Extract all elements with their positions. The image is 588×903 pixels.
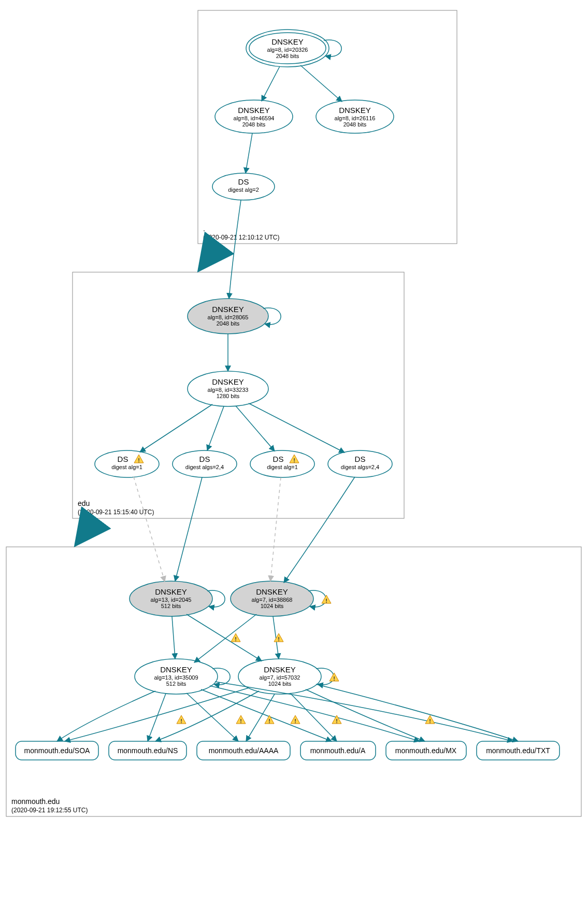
svg-text:alg=7, id=57032: alg=7, id=57032: [260, 674, 300, 681]
svg-text:DNSKEY: DNSKEY: [212, 377, 244, 386]
svg-text:DNSKEY: DNSKEY: [238, 106, 270, 115]
svg-text:!: !: [294, 718, 296, 724]
edge-eduzsk-ds2: [207, 406, 224, 450]
node-edu-ds2: DS digest algs=2,4: [173, 450, 237, 477]
svg-text:1280 bits: 1280 bits: [217, 393, 240, 399]
svg-text:alg=8, id=20326: alg=8, id=20326: [267, 47, 308, 53]
warn-icon: !: [425, 715, 435, 724]
svg-text:digest alg=1: digest alg=1: [267, 464, 298, 470]
svg-text:alg=8, id=46594: alg=8, id=46594: [234, 115, 275, 121]
warn-icon: !: [177, 715, 186, 724]
node-root-zsk2: DNSKEY alg=8, id=26116 2048 bits: [316, 100, 394, 133]
node-edu-ds4: DS digest algs=2,4: [328, 450, 392, 477]
svg-text:monmouth.edu/NS: monmouth.edu/NS: [118, 746, 178, 755]
edge-ds4-mksk2: [284, 477, 355, 583]
svg-text:!: !: [278, 636, 280, 642]
zone-ts-edu: (2020-09-21 15:15:40 UTC): [78, 509, 154, 516]
svg-text:!: !: [138, 457, 140, 463]
svg-text:monmouth.edu/MX: monmouth.edu/MX: [395, 746, 457, 755]
svg-text:DS: DS: [118, 455, 128, 463]
svg-text:!: !: [325, 598, 327, 604]
warn-icon: !: [291, 715, 300, 724]
edge-eduzsk-ds1: [140, 404, 212, 452]
svg-text:512 bits: 512 bits: [161, 603, 181, 609]
svg-text:alg=8, id=28065: alg=8, id=28065: [208, 314, 249, 320]
node-root-ds: DS digest alg=2: [212, 173, 275, 200]
svg-text:!: !: [293, 457, 295, 463]
svg-text:512 bits: 512 bits: [166, 681, 187, 687]
rr-mx: monmouth.edu/MX: [386, 741, 466, 760]
edge-mzsk2-ns: [155, 691, 259, 741]
dnssec-diagram: . (2020-09-21 12:10:12 UTC) edu (2020-09…: [0, 0, 588, 903]
node-edu-ds1: DS digest alg=1: [95, 450, 159, 477]
svg-text:DS: DS: [199, 455, 210, 463]
svg-text:!: !: [268, 718, 270, 724]
edge-mzsk1-soa: [57, 691, 155, 741]
svg-text:1024 bits: 1024 bits: [261, 603, 284, 609]
edge-eduzsk-ds3: [236, 406, 275, 451]
svg-text:alg=8, id=33233: alg=8, id=33233: [208, 387, 249, 393]
svg-text:DNSKEY: DNSKEY: [212, 305, 244, 314]
edge-rootksk-zsk2: [300, 65, 342, 102]
svg-text:DS: DS: [238, 177, 249, 186]
zone-ts-monmouth: (2020-09-21 19:12:55 UTC): [11, 807, 88, 814]
svg-text:digest alg=2: digest alg=2: [228, 187, 259, 193]
svg-text:1024 bits: 1024 bits: [268, 681, 292, 687]
svg-text:!: !: [240, 718, 242, 724]
edge-mzsk1-mx: [210, 686, 420, 741]
rr-a: monmouth.edu/A: [300, 741, 376, 760]
zone-name-root: .: [203, 224, 205, 233]
svg-text:digest algs=2,4: digest algs=2,4: [185, 464, 224, 470]
zone-ts-root: (2020-09-21 12:10:12 UTC): [203, 234, 279, 241]
node-edu-zsk: DNSKEY alg=8, id=33233 1280 bits: [188, 371, 268, 406]
svg-text:DNSKEY: DNSKEY: [264, 665, 296, 674]
svg-text:DNSKEY: DNSKEY: [160, 665, 192, 674]
edge-mzsk2-txt: [316, 684, 518, 741]
svg-text:!: !: [333, 675, 335, 682]
edge-mksk1-mzsk2: [187, 614, 262, 661]
delegation-edu-monmouth: [76, 518, 88, 544]
svg-text:DNSKEY: DNSKEY: [155, 587, 187, 596]
rr-ns: monmouth.edu/NS: [109, 741, 187, 760]
node-m-ksk2: DNSKEY alg=7, id=38868 1024 bits: [231, 581, 313, 616]
edge-mksk2-mzsk1: [194, 614, 256, 662]
svg-text:alg=7, id=38868: alg=7, id=38868: [252, 597, 293, 603]
rr-aaaa: monmouth.edu/AAAA: [197, 741, 290, 760]
svg-text:2048 bits: 2048 bits: [217, 320, 240, 327]
node-edu-ds3: DS digest alg=1: [250, 450, 314, 477]
rr-soa: monmouth.edu/SOA: [16, 741, 98, 760]
warn-icon: !: [322, 595, 331, 604]
edge-mzsk1-aaaa: [187, 693, 238, 741]
delegation-root-edu: [199, 244, 211, 270]
svg-text:!: !: [235, 636, 237, 642]
svg-text:2048 bits: 2048 bits: [276, 53, 299, 59]
svg-text:alg=13, id=35009: alg=13, id=35009: [154, 674, 198, 681]
svg-text:alg=13, id=2045: alg=13, id=2045: [151, 597, 192, 603]
svg-text:monmouth.edu/TXT: monmouth.edu/TXT: [486, 746, 550, 755]
edge-rootksk-zsk1: [262, 66, 280, 101]
node-root-zsk1: DNSKEY alg=8, id=46594 2048 bits: [215, 100, 293, 133]
svg-text:monmouth.edu/SOA: monmouth.edu/SOA: [24, 746, 91, 755]
edge-mzsk2-soa: [65, 688, 249, 741]
svg-text:digest alg=1: digest alg=1: [111, 464, 142, 470]
svg-text:!: !: [336, 718, 338, 724]
svg-text:monmouth.edu/A: monmouth.edu/A: [310, 746, 366, 755]
edge-ds1-mksk1: [134, 477, 165, 582]
node-m-zsk1: DNSKEY alg=13, id=35009 512 bits: [135, 659, 218, 694]
svg-text:2048 bits: 2048 bits: [242, 121, 266, 128]
edge-rootzsk1-ds: [246, 133, 252, 173]
svg-text:!: !: [429, 718, 431, 724]
edge-ds3-mksk2: [270, 477, 281, 581]
node-m-ksk1: DNSKEY alg=13, id=2045 512 bits: [130, 581, 212, 616]
warn-icon: !: [265, 715, 274, 724]
svg-text:alg=8, id=26116: alg=8, id=26116: [335, 115, 376, 121]
warn-icon: !: [236, 715, 246, 724]
svg-text:monmouth.edu/AAAA: monmouth.edu/AAAA: [209, 746, 279, 755]
svg-text:DNSKEY: DNSKEY: [271, 37, 304, 46]
svg-text:DS: DS: [355, 455, 366, 463]
zone-name-monmouth: monmouth.edu: [11, 797, 60, 806]
zone-name-edu: edu: [78, 499, 90, 507]
svg-text:DS: DS: [273, 455, 284, 463]
edge-eduzsk-ds4: [249, 403, 345, 453]
edge-mksk1-mzsk1: [172, 616, 175, 659]
